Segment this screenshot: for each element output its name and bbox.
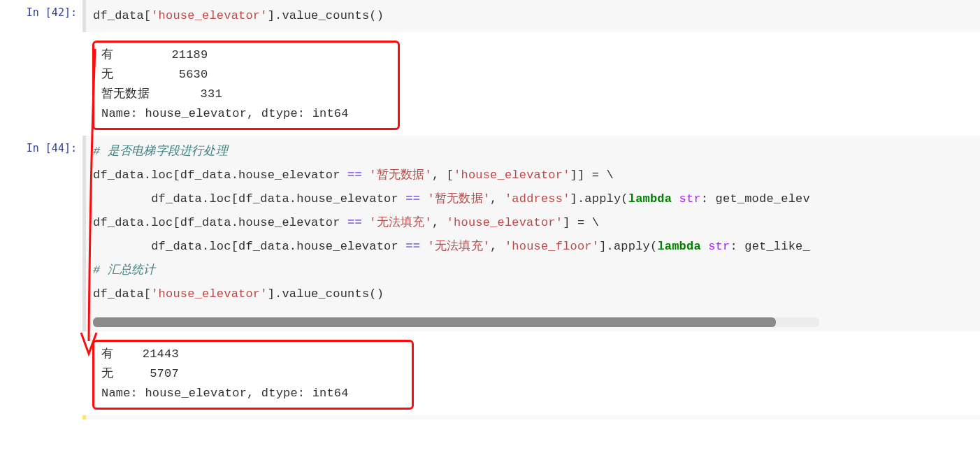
prompt-spacer: . [0, 35, 82, 136]
next-cell-sliver [82, 415, 980, 419]
code-text: df_data['house_elevator'].value_counts() [93, 4, 973, 28]
code-cell-44: In [44]: # 是否电梯字段进行处理 df_data.loc[df_dat… [0, 136, 980, 334]
prompt-label: In [42]: [0, 0, 82, 35]
output-text: 有 21189 无 5630 暂无数据 331 Name: house_elev… [101, 45, 391, 124]
code-text: # 是否电梯字段进行处理 df_data.loc[df_data.house_e… [93, 140, 973, 306]
output-cell-44: . 有 21443 无 5707 Name: house_elevator, d… [0, 334, 980, 415]
prompt-spacer: . [0, 334, 82, 415]
output-text: 有 21443 无 5707 Name: house_elevator, dty… [101, 345, 405, 403]
code-cell-42: In [42]: df_data['house_elevator'].value… [0, 0, 980, 35]
next-cell-edge: . [0, 415, 980, 438]
output-cell-42: . 有 21189 无 5630 暂无数据 331 Name: house_el… [0, 35, 980, 136]
code-output: 有 21189 无 5630 暂无数据 331 Name: house_elev… [82, 35, 980, 136]
notebook-container: In [42]: df_data['house_elevator'].value… [0, 0, 980, 438]
scrollbar-thumb[interactable] [93, 317, 776, 327]
annotation-box: 有 21443 无 5707 Name: house_elevator, dty… [92, 340, 414, 410]
code-output: 有 21443 无 5707 Name: house_elevator, dty… [82, 334, 980, 415]
code-input[interactable]: # 是否电梯字段进行处理 df_data.loc[df_data.house_e… [82, 136, 980, 331]
prompt-label: In [44]: [0, 136, 82, 334]
code-input[interactable]: df_data['house_elevator'].value_counts() [82, 0, 980, 32]
annotation-box: 有 21189 无 5630 暂无数据 331 Name: house_elev… [92, 41, 400, 130]
horizontal-scrollbar[interactable] [93, 317, 819, 327]
